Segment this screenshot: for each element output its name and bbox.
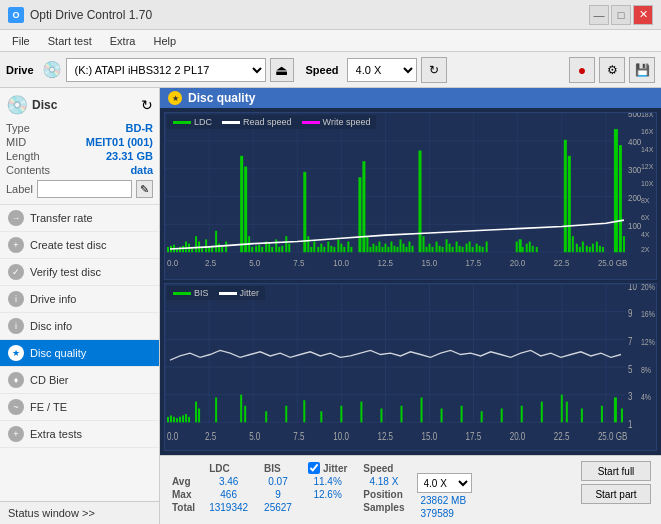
chart-title-icon: ★ — [168, 91, 182, 105]
svg-rect-79 — [347, 242, 349, 253]
svg-rect-205 — [461, 406, 463, 423]
sidebar-item-label: Verify test disc — [30, 266, 101, 278]
svg-text:10X: 10X — [641, 179, 654, 188]
menu-extra[interactable]: Extra — [102, 33, 144, 49]
svg-rect-134 — [589, 247, 591, 252]
sidebar-item-drive-info[interactable]: i Drive info — [0, 286, 159, 313]
jitter-col-header: Jitter — [323, 463, 347, 474]
bis-total-value: 25627 — [256, 501, 300, 514]
sidebar-item-fe-te[interactable]: ~ FE / TE — [0, 394, 159, 421]
speed-select-stats[interactable]: 4.0 X — [417, 473, 472, 493]
svg-text:12.5: 12.5 — [377, 258, 393, 268]
svg-rect-207 — [501, 409, 503, 423]
disc-mid-value: MEIT01 (001) — [86, 136, 153, 148]
sidebar-item-label: Disc info — [30, 320, 72, 332]
jitter-checkbox[interactable] — [308, 462, 320, 474]
svg-rect-116 — [476, 244, 478, 253]
start-full-button[interactable]: Start full — [581, 461, 651, 481]
sidebar-item-verify-test-disc[interactable]: ✓ Verify test disc — [0, 259, 159, 286]
chart-title: Disc quality — [188, 91, 255, 105]
svg-rect-104 — [436, 242, 438, 253]
svg-rect-188 — [185, 414, 187, 422]
svg-text:25.0 GB: 25.0 GB — [598, 258, 628, 268]
sidebar-item-disc-info[interactable]: i Disc info — [0, 313, 159, 340]
svg-rect-49 — [221, 247, 223, 252]
svg-text:500: 500 — [628, 113, 642, 119]
sidebar-item-disc-quality[interactable]: ★ Disc quality — [0, 340, 159, 367]
svg-text:12.5: 12.5 — [377, 430, 393, 443]
drive-info-icon: i — [8, 291, 24, 307]
svg-rect-71 — [320, 244, 322, 253]
drive-label: Drive — [6, 64, 34, 76]
svg-rect-86 — [375, 246, 377, 252]
svg-rect-59 — [268, 244, 270, 253]
write-speed-legend-label: Write speed — [323, 117, 371, 127]
svg-rect-117 — [479, 246, 481, 252]
disc-contents-value: data — [130, 164, 153, 176]
svg-text:25.0 GB: 25.0 GB — [598, 430, 627, 443]
svg-rect-112 — [462, 247, 464, 252]
sidebar: 💿 Disc ↻ Type BD-R MID MEIT01 (001) Leng… — [0, 88, 160, 524]
record-button[interactable]: ● — [569, 57, 595, 83]
sidebar-item-label: FE / TE — [30, 401, 67, 413]
menu-start-test[interactable]: Start test — [40, 33, 100, 49]
sidebar-item-cd-bier[interactable]: ♦ CD Bier — [0, 367, 159, 394]
disc-header: 💿 Disc ↻ — [6, 94, 153, 116]
speed-refresh-button[interactable]: ↻ — [421, 57, 447, 83]
speed-col-header: Speed — [355, 461, 412, 475]
disc-mid-label: MID — [6, 136, 26, 148]
svg-rect-110 — [456, 242, 458, 253]
status-window-button[interactable]: Status window >> — [0, 502, 159, 524]
svg-text:200: 200 — [628, 193, 642, 203]
avg-row-label: Avg — [166, 475, 201, 488]
svg-rect-196 — [285, 406, 287, 423]
menu-help[interactable]: Help — [145, 33, 184, 49]
svg-rect-198 — [320, 411, 322, 422]
verify-test-disc-icon: ✓ — [8, 264, 24, 280]
ldc-total-value: 1319342 — [201, 501, 256, 514]
sidebar-item-transfer-rate[interactable]: → Transfer rate — [0, 205, 159, 232]
svg-text:2.5: 2.5 — [205, 430, 216, 443]
disc-label-edit-button[interactable]: ✎ — [136, 180, 153, 198]
svg-rect-215 — [621, 409, 623, 423]
disc-length-row: Length 23.31 GB — [6, 150, 153, 162]
settings-button[interactable]: ⚙ — [599, 57, 625, 83]
svg-rect-54 — [251, 247, 253, 252]
total-row-label: Total — [166, 501, 201, 514]
svg-rect-137 — [599, 246, 601, 252]
svg-rect-0 — [165, 113, 656, 279]
svg-rect-190 — [195, 402, 197, 423]
svg-rect-88 — [381, 247, 383, 252]
svg-text:5.0: 5.0 — [249, 430, 260, 443]
disc-refresh-icon[interactable]: ↻ — [141, 97, 153, 113]
sidebar-item-label: Extra tests — [30, 428, 82, 440]
svg-rect-185 — [176, 418, 178, 422]
sidebar-item-label: Create test disc — [30, 239, 106, 251]
svg-text:2X: 2X — [641, 245, 650, 254]
stats-table: LDC BIS Jitter Speed Avg — [166, 461, 413, 514]
svg-rect-195 — [265, 411, 267, 422]
svg-rect-208 — [521, 406, 523, 423]
svg-rect-83 — [366, 236, 368, 252]
menu-file[interactable]: File — [4, 33, 38, 49]
sidebar-item-extra-tests[interactable]: + Extra tests — [0, 421, 159, 448]
sidebar-item-label: Disc quality — [30, 347, 86, 359]
svg-rect-77 — [340, 244, 342, 253]
svg-rect-60 — [271, 247, 273, 252]
minimize-button[interactable]: — — [589, 5, 609, 25]
maximize-button[interactable]: □ — [611, 5, 631, 25]
svg-rect-192 — [215, 397, 217, 422]
svg-rect-63 — [281, 246, 283, 252]
samples-value: 379589 — [417, 508, 472, 519]
start-part-button[interactable]: Start part — [581, 484, 651, 504]
eject-button[interactable]: ⏏ — [270, 58, 294, 82]
position-label: Position — [355, 488, 412, 501]
disc-label-input[interactable] — [37, 180, 132, 198]
sidebar-item-create-test-disc[interactable]: + Create test disc — [0, 232, 159, 259]
save-button[interactable]: 💾 — [629, 57, 655, 83]
drive-select[interactable]: (K:) ATAPI iHBS312 2 PL17 — [66, 58, 266, 82]
speed-select[interactable]: 4.0 X — [347, 58, 417, 82]
close-button[interactable]: ✕ — [633, 5, 653, 25]
svg-text:10.0: 10.0 — [333, 258, 349, 268]
position-value: 23862 MB — [417, 495, 472, 506]
